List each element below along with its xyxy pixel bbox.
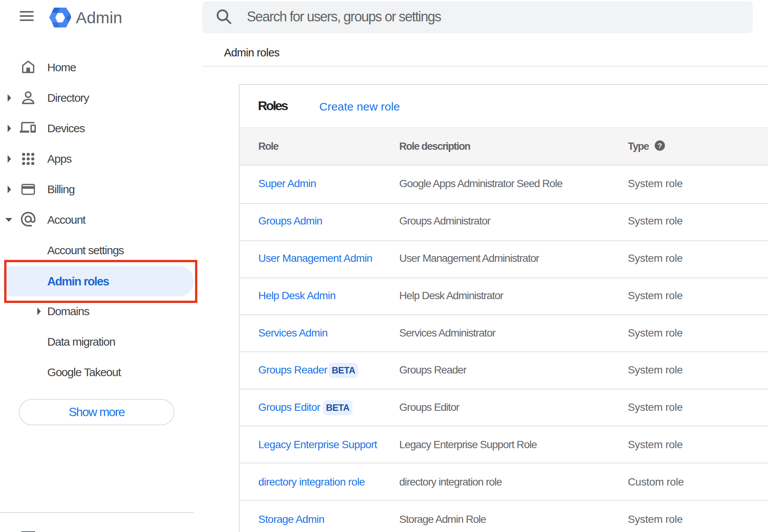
svg-text:?: ?	[658, 142, 662, 150]
